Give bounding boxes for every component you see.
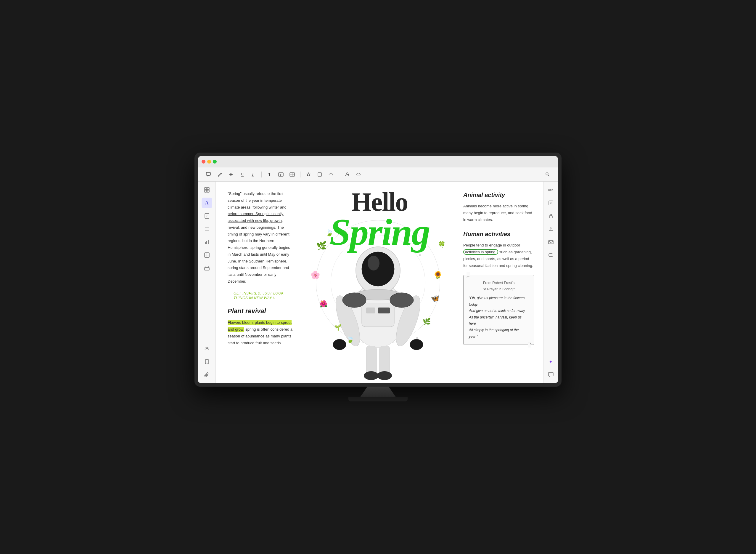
svg-point-45	[368, 256, 379, 271]
monitor-base	[349, 397, 407, 401]
sidebar-chart[interactable]	[202, 237, 212, 247]
table-tool[interactable]	[288, 170, 297, 179]
highlighted-activities: activities in spring,	[463, 249, 498, 255]
svg-point-52	[390, 293, 414, 308]
right-column: Animal activity Animals become more acti…	[457, 182, 543, 383]
flower-pink: 🌺	[319, 300, 327, 308]
sidebar-list[interactable]	[202, 224, 212, 234]
monitor: S U T T	[194, 153, 562, 387]
sidebar-text[interactable]: A	[202, 198, 212, 208]
plant-revival-text: Flowers bloom, plants begin to sprout an…	[228, 319, 293, 346]
svg-rect-32	[208, 240, 209, 244]
svg-rect-31	[206, 241, 207, 244]
human-activities-title: Human activities	[463, 229, 534, 239]
right-sidebar-mail[interactable]	[546, 237, 556, 247]
intro-paragraph: "Spring" usually refers to the first sea…	[228, 190, 293, 285]
minimize-button[interactable]	[207, 160, 211, 164]
toolbar: S U T T	[198, 167, 558, 182]
text-format-tool[interactable]: T	[249, 170, 258, 179]
svg-point-48	[333, 339, 346, 350]
quote-box: From Robert Frost's"A Prayer in Spring":…	[463, 275, 534, 345]
user-tool[interactable]	[343, 170, 352, 179]
handwritten-note: Get inspired, just lookthings in new way…	[234, 291, 293, 301]
center-column: 🌿 🍃 🌸 🌺 🌱 🍃 🌻 🍀 🦋 🌿 ✦ ✦	[299, 182, 457, 383]
sparkle-2: ✦	[418, 253, 422, 258]
page-canvas: "Spring" usually refers to the first sea…	[216, 182, 543, 383]
svg-rect-0	[206, 172, 210, 175]
shape-tool[interactable]	[315, 170, 324, 179]
toolbar-separator-3	[339, 172, 339, 177]
right-sidebar-upload[interactable]	[546, 224, 556, 234]
right-sidebar-chat[interactable]	[546, 370, 556, 380]
right-sidebar-export[interactable]	[546, 198, 556, 208]
close-button[interactable]	[202, 160, 205, 164]
sparkle-1: ✦	[343, 229, 346, 234]
svg-rect-30	[205, 242, 206, 244]
svg-rect-58	[549, 216, 552, 218]
titlebar	[198, 156, 558, 167]
monitor-stand	[360, 387, 396, 397]
svg-point-50	[410, 339, 423, 350]
sidebar-layers[interactable]	[202, 263, 212, 273]
main-content: "Spring" usually refers to the first sea…	[216, 182, 543, 383]
maximize-button[interactable]	[213, 160, 217, 164]
right-sidebar-lock[interactable]	[546, 211, 556, 221]
svg-rect-54	[379, 346, 390, 376]
sidebar-notes[interactable]	[202, 211, 212, 221]
svg-point-13	[346, 173, 348, 174]
flower-small-1: 🌱	[334, 324, 341, 331]
flower-leaf-1: 🍃	[325, 229, 333, 237]
toolbar-separator-1	[261, 172, 262, 177]
textbox-tool[interactable]: T	[276, 170, 286, 179]
content-grid: "Spring" usually refers to the first sea…	[216, 182, 543, 383]
svg-rect-59	[549, 240, 553, 244]
sidebar-thumbnails[interactable]	[202, 184, 212, 195]
quote-poem: "Oh, give us pleasure in the flowers tod…	[469, 295, 529, 340]
svg-rect-21	[207, 190, 209, 192]
svg-point-55	[364, 371, 379, 380]
animal-underlined: Animals become more active in spring,	[463, 204, 529, 208]
underlined-text-1: winter and before summer. Spring is usua…	[228, 205, 287, 236]
app-layout: A	[198, 182, 558, 383]
text-tool[interactable]: T	[265, 170, 274, 179]
sidebar-bookmark[interactable]	[202, 356, 212, 367]
sparkle-3: ✦	[415, 336, 419, 340]
underline-tool[interactable]: U	[238, 170, 247, 179]
svg-rect-62	[549, 372, 553, 376]
svg-point-51	[342, 293, 366, 308]
quote-source: From Robert Frost's"A Prayer in Spring":	[469, 280, 529, 292]
svg-line-17	[548, 175, 550, 176]
leaf-green-2: 🌿	[423, 318, 431, 326]
right-sidebar-stamp[interactable]	[546, 250, 556, 261]
sidebar-grid[interactable]	[202, 250, 212, 261]
screen: S U T T	[198, 156, 558, 383]
right-sidebar-ai[interactable]: ✦	[546, 356, 556, 367]
svg-text:T: T	[268, 172, 271, 177]
svg-text:U: U	[241, 172, 244, 176]
flower-orange: 🌸	[311, 271, 320, 280]
right-sidebar-ocr[interactable]: OCR	[546, 184, 556, 195]
sidebar-layers-bottom[interactable]	[202, 343, 212, 354]
svg-rect-39	[362, 303, 394, 327]
svg-rect-19	[207, 187, 209, 189]
stamp-tool[interactable]	[354, 170, 363, 179]
highlight-tool[interactable]	[304, 170, 313, 179]
astronaut-figure	[328, 211, 428, 383]
arc-tool[interactable]	[326, 170, 335, 179]
svg-point-44	[362, 252, 394, 286]
search-tool[interactable]	[543, 170, 552, 179]
svg-rect-37	[204, 268, 209, 270]
toolbar-separator-2	[300, 172, 301, 177]
pen-tool[interactable]	[215, 170, 224, 179]
flower-blue: 🌿	[316, 241, 327, 251]
comment-tool[interactable]	[204, 170, 213, 179]
svg-rect-41	[378, 308, 390, 314]
left-sidebar: A	[198, 182, 216, 383]
sidebar-attachment[interactable]	[202, 370, 212, 380]
human-activities-text: People tend to engage in outdoor activit…	[463, 242, 534, 269]
strikethrough-tool[interactable]: S	[227, 170, 235, 179]
svg-text:A: A	[205, 200, 209, 205]
butterfly: 🦋	[431, 294, 440, 302]
svg-rect-20	[204, 190, 207, 192]
animal-activity-title: Animal activity	[463, 190, 534, 200]
